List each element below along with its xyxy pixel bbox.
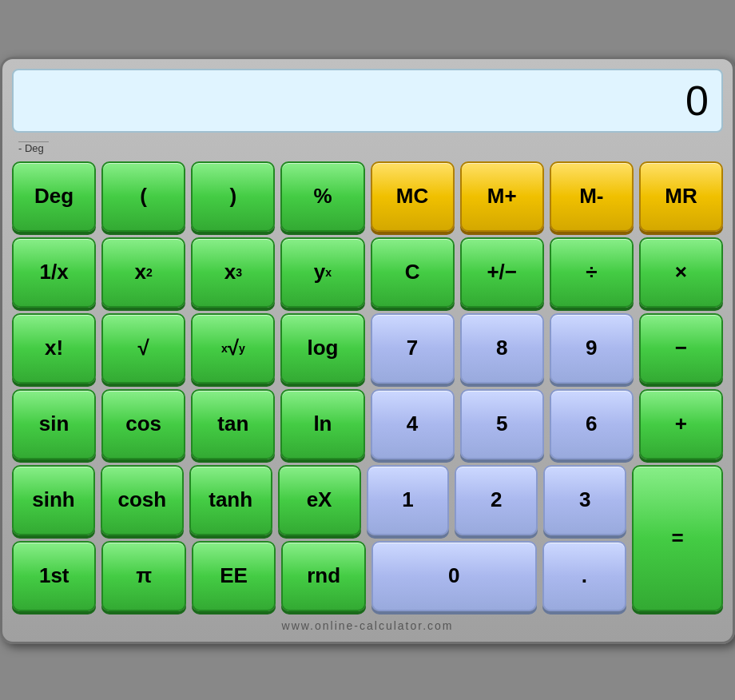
button-row-6: 1st π EE rnd 0 . — [12, 541, 626, 611]
btn-sqrt[interactable]: √ — [101, 313, 185, 384]
btn-factorial[interactable]: x! — [12, 313, 96, 384]
btn-pi[interactable]: π — [101, 541, 185, 611]
btn-rnd[interactable]: rnd — [281, 541, 365, 611]
btn-6[interactable]: 6 — [550, 389, 634, 459]
btn-equals[interactable]: = — [632, 465, 723, 611]
btn-7[interactable]: 7 — [371, 313, 455, 384]
btn-ln[interactable]: ln — [280, 389, 364, 459]
btn-1[interactable]: 1 — [367, 465, 450, 535]
button-row-2: 1/x x2 x3 yx C +/− ÷ × — [12, 237, 723, 308]
button-row-4: sin cos tan ln 4 5 6 + — [12, 389, 723, 459]
btn-sinh[interactable]: sinh — [12, 465, 95, 535]
btn-cube[interactable]: x3 — [191, 237, 275, 308]
buttons-grid: Deg ( ) % MC M+ M- MR 1/x x2 x3 yx C +/−… — [12, 161, 723, 611]
btn-deg[interactable]: Deg — [12, 161, 96, 232]
btn-square[interactable]: x2 — [101, 237, 185, 308]
btn-2[interactable]: 2 — [455, 465, 538, 535]
left-cols: sinh cosh tanh eX 1 2 3 1st π EE rnd 0 . — [12, 465, 626, 611]
btn-multiply[interactable]: × — [639, 237, 723, 308]
btn-5[interactable]: 5 — [460, 389, 544, 459]
btn-decimal[interactable]: . — [542, 541, 626, 611]
btn-add[interactable]: + — [639, 389, 723, 459]
calculator: 0 - Deg Deg ( ) % MC M+ M- MR 1/x x2 x3 … — [0, 57, 735, 644]
btn-mminus[interactable]: M- — [550, 161, 634, 232]
deg-label-row: - Deg — [12, 141, 723, 155]
btn-subtract[interactable]: − — [639, 313, 723, 384]
btn-divide[interactable]: ÷ — [550, 237, 634, 308]
display-value: 0 — [685, 77, 709, 125]
btn-xrooty[interactable]: x√y — [191, 313, 275, 384]
btn-cosh[interactable]: cosh — [101, 465, 184, 535]
btn-power[interactable]: yx — [280, 237, 364, 308]
btn-reciprocal[interactable]: 1/x — [12, 237, 96, 308]
btn-3[interactable]: 3 — [543, 465, 626, 535]
btn-9[interactable]: 9 — [550, 313, 634, 384]
btn-1st[interactable]: 1st — [12, 541, 96, 611]
btn-plusminus[interactable]: +/− — [460, 237, 544, 308]
btn-mplus[interactable]: M+ — [460, 161, 544, 232]
btn-mc[interactable]: MC — [371, 161, 455, 232]
rows-5-6-container: sinh cosh tanh eX 1 2 3 1st π EE rnd 0 . — [12, 465, 723, 611]
btn-sin[interactable]: sin — [12, 389, 96, 459]
btn-ex[interactable]: eX — [278, 465, 361, 535]
btn-mr[interactable]: MR — [639, 161, 723, 232]
btn-tan[interactable]: tan — [191, 389, 275, 459]
btn-tanh[interactable]: tanh — [189, 465, 272, 535]
deg-label: - Deg — [18, 141, 49, 154]
button-row-1: Deg ( ) % MC M+ M- MR — [12, 161, 723, 232]
btn-close-paren[interactable]: ) — [191, 161, 275, 232]
btn-clear[interactable]: C — [371, 237, 455, 308]
btn-percent[interactable]: % — [280, 161, 364, 232]
display: 0 — [12, 69, 723, 133]
button-row-5: sinh cosh tanh eX 1 2 3 — [12, 465, 626, 535]
btn-open-paren[interactable]: ( — [101, 161, 185, 232]
btn-cos[interactable]: cos — [101, 389, 185, 459]
footer: www.online-calculator.com — [12, 619, 723, 632]
btn-0[interactable]: 0 — [371, 541, 537, 611]
btn-4[interactable]: 4 — [371, 389, 455, 459]
btn-ee[interactable]: EE — [192, 541, 276, 611]
btn-log[interactable]: log — [280, 313, 364, 384]
button-row-3: x! √ x√y log 7 8 9 − — [12, 313, 723, 384]
btn-8[interactable]: 8 — [460, 313, 544, 384]
